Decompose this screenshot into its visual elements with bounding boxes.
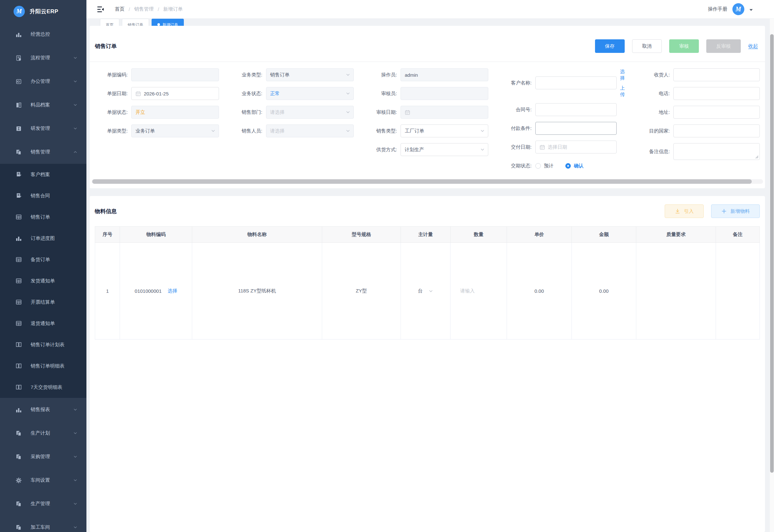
row-select-link[interactable]: 选择 (168, 288, 177, 294)
field-label: 交期状态: (499, 163, 532, 169)
vertical-scrollbar[interactable] (770, 19, 774, 532)
sales-type-select[interactable]: 工厂订单 (401, 124, 488, 137)
unaudit-button[interactable]: 反审核 (706, 39, 741, 53)
active-tab-dot-icon (157, 23, 160, 26)
sidebar-item-sales-reports[interactable]: 销售报表 (0, 398, 86, 421)
sidebar-subitem-label: 订单进度图 (31, 235, 55, 241)
cell-quality[interactable] (636, 243, 716, 340)
save-button[interactable]: 保存 (595, 39, 625, 53)
radio-confirm[interactable] (565, 163, 571, 169)
operation-manual-link[interactable]: 操作手册 (708, 6, 727, 12)
user-avatar[interactable]: M (732, 3, 744, 15)
sidebar-item-production-management[interactable]: 生产管理 (0, 492, 86, 516)
tab-home[interactable]: 首页 (100, 19, 119, 26)
sidebar-collapse-icon[interactable] (97, 6, 104, 13)
customer-name-input-inner[interactable] (540, 80, 612, 86)
sidebar-subitem-sales-order[interactable]: 销售订单 (0, 206, 86, 228)
pages-icon (15, 149, 22, 155)
cell-qty-input[interactable]: 请输入 (450, 243, 507, 340)
unit-select[interactable]: 台 (401, 288, 450, 294)
audit-date-field (401, 106, 488, 119)
add-material-button[interactable]: 新增物料 (711, 204, 760, 218)
customer-name-input[interactable] (535, 76, 617, 89)
breadcrumb-separator: / (158, 6, 159, 12)
radio-estimate[interactable] (535, 163, 541, 169)
cancel-button[interactable]: 取消 (632, 39, 662, 53)
supply-mode-select[interactable]: 计划生产 (401, 143, 488, 156)
address-input-inner[interactable] (678, 110, 756, 115)
phone-input-inner[interactable] (678, 91, 756, 96)
import-button[interactable]: 引入 (665, 204, 704, 218)
sidebar-subitem-shipping-notice[interactable]: 发货通知单 (0, 270, 86, 291)
supply-mode-value: 计划生产 (405, 147, 424, 153)
audit-button[interactable]: 审核 (669, 39, 699, 53)
breadcrumb-home[interactable]: 首页 (115, 6, 124, 12)
contract-no-input-inner[interactable] (540, 107, 612, 113)
sidebar-item-sales-management[interactable]: 销售管理 (0, 140, 86, 164)
biz-type-select[interactable]: 销售订单 (266, 68, 354, 81)
customer-upload-link[interactable]: 上传 (620, 85, 627, 97)
address-input[interactable] (673, 106, 760, 119)
sidebar-subitem-order-progress-chart[interactable]: 订单进度图 (0, 228, 86, 249)
field-label: 业务类型: (230, 72, 263, 78)
tab-sales-order[interactable]: 销售订单 (122, 19, 149, 26)
dest-country-input-inner[interactable] (678, 128, 756, 134)
sidebar-subitem-sales-order-plan-report[interactable]: 销售订单计划表 (0, 334, 86, 355)
sidebar-subitem-customer-archive[interactable]: 客户档案 (0, 164, 86, 185)
sidebar-item-workshop-settings[interactable]: 车间设置 (0, 468, 86, 492)
breadcrumb-section[interactable]: 销售管理 (134, 6, 154, 12)
delivery-date-picker[interactable]: 选择日期 (535, 141, 617, 153)
sidebar-item-rd-management[interactable]: 研发管理 (0, 117, 86, 140)
radio-confirm-label[interactable]: 确认 (574, 163, 584, 169)
sidebar-subitem-invoice-settlement[interactable]: 开票结算单 (0, 291, 86, 313)
sidebar-subitem-label: 发货通知单 (31, 278, 55, 284)
sidebar-item-process-management[interactable]: 流程管理 (0, 46, 86, 70)
cell-remark[interactable] (716, 243, 759, 340)
field-label: 操作员: (364, 72, 397, 78)
tab-new-order[interactable]: 新增订单 (152, 19, 184, 26)
sidebar-subitem-stock-order[interactable]: 备货订单 (0, 249, 86, 270)
sidebar-item-business-overview[interactable]: 经营总控 (0, 23, 86, 46)
horizontal-scrollbar-thumb[interactable] (92, 179, 752, 184)
user-menu-caret-icon[interactable] (749, 9, 753, 13)
cell-price[interactable]: 0.00 (507, 243, 572, 340)
pages-icon (15, 454, 22, 460)
phone-input[interactable] (673, 87, 760, 100)
radio-estimate-label[interactable]: 预计 (544, 163, 554, 169)
chevron-down-icon (73, 455, 77, 459)
sidebar: M 升阳云ERP 经营总控 流程管理 办公管理 料品档案 (0, 0, 86, 532)
doc-type-select[interactable]: 业务订单 (131, 124, 219, 137)
sidebar-item-processing-workshop[interactable]: 加工车间 (0, 516, 86, 532)
operator-field: admin (401, 68, 488, 81)
receiver-input-inner[interactable] (678, 72, 756, 78)
payment-terms-input[interactable] (535, 122, 617, 135)
chevron-down-icon (73, 126, 77, 131)
open-book-icon (15, 341, 22, 348)
customer-select-link[interactable]: 选择 (620, 68, 627, 81)
remark-textarea[interactable] (673, 143, 760, 160)
sidebar-subitem-return-notice[interactable]: 退货通知单 (0, 313, 86, 334)
resize-grip-icon[interactable] (755, 155, 759, 159)
remark-textarea-inner[interactable] (674, 143, 759, 160)
horizontal-scrollbar[interactable] (92, 179, 763, 184)
chevron-down-icon (73, 408, 77, 412)
sidebar-item-production-plan[interactable]: 生产计划 (0, 421, 86, 445)
sidebar-item-purchase-management[interactable]: 采购管理 (0, 445, 86, 468)
payment-terms-input-inner[interactable] (540, 126, 612, 131)
sidebar-subitem-7day-delivery-report[interactable]: 7天交货明细表 (0, 377, 86, 398)
doc-date-picker[interactable]: 2026-01-25 (131, 87, 219, 100)
sidebar-subitem-sales-contract[interactable]: 销售合同 (0, 185, 86, 206)
contract-no-input[interactable] (535, 103, 617, 116)
sidebar-item-office-management[interactable]: 办公管理 (0, 70, 86, 93)
cell-amount: 0.00 (571, 243, 636, 340)
receiver-input[interactable] (673, 68, 760, 81)
biz-status-select[interactable]: 正常 (266, 87, 354, 100)
dest-country-input[interactable] (673, 124, 760, 137)
biz-status-value: 正常 (270, 91, 280, 97)
cell-name: 118S ZY型纸杯机 (192, 243, 322, 340)
vertical-scrollbar-thumb[interactable] (770, 34, 774, 473)
collapse-link[interactable]: 收起 (748, 43, 758, 49)
field-label: 地址: (637, 109, 670, 115)
sidebar-item-material-archive[interactable]: 料品档案 (0, 93, 86, 117)
sidebar-subitem-sales-order-detail-report[interactable]: 销售订单明细表 (0, 355, 86, 377)
